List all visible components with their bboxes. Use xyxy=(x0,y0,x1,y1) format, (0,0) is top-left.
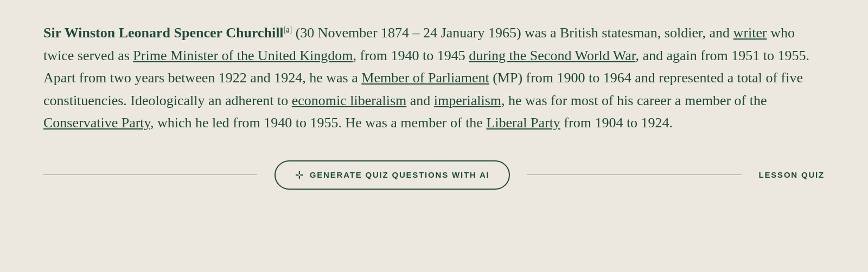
mp-link[interactable]: Member of Parliament xyxy=(361,70,489,86)
footnote-ref[interactable]: [a] xyxy=(284,25,292,34)
article-text: Sir Winston Leonard Spencer Churchill[a]… xyxy=(43,22,825,134)
lesson-quiz-label[interactable]: LESSON QUIZ xyxy=(759,170,825,179)
conservative-party-link[interactable]: Conservative Party xyxy=(43,115,150,131)
liberal-party-link[interactable]: Liberal Party xyxy=(486,115,560,131)
pm-dates-text: , from 1940 to 1945 xyxy=(353,48,469,63)
toolbar-section: ⊹ GENERATE QUIZ QUESTIONS WITH AI LESSON… xyxy=(43,160,825,190)
generate-quiz-button[interactable]: ⊹ GENERATE QUIZ QUESTIONS WITH AI xyxy=(275,160,510,190)
prime-minister-link[interactable]: Prime Minister of the United Kingdom xyxy=(133,48,353,63)
led-text: , which he led from 1940 to 1955. He was… xyxy=(150,115,487,131)
final-text: from 1904 to 1924. xyxy=(560,115,673,131)
article-title: Sir Winston Leonard Spencer Churchill xyxy=(43,25,284,41)
writer-link[interactable]: writer xyxy=(733,25,767,41)
economic-liberalism-link[interactable]: economic liberalism xyxy=(292,93,407,108)
ww2-link[interactable]: during the Second World War xyxy=(469,48,635,63)
and-text: and xyxy=(406,93,434,108)
career-text: , he was for most of his career a member… xyxy=(501,93,767,108)
right-divider xyxy=(527,174,741,175)
imperialism-link[interactable]: imperialism xyxy=(434,93,501,108)
left-divider xyxy=(43,174,257,175)
page-container: Sir Winston Leonard Spencer Churchill[a]… xyxy=(43,22,825,190)
generate-button-label: GENERATE QUIZ QUESTIONS WITH AI xyxy=(310,170,490,179)
generate-icon: ⊹ xyxy=(295,169,304,181)
intro-text: (30 November 1874 – 24 January 1965) was… xyxy=(292,25,733,41)
